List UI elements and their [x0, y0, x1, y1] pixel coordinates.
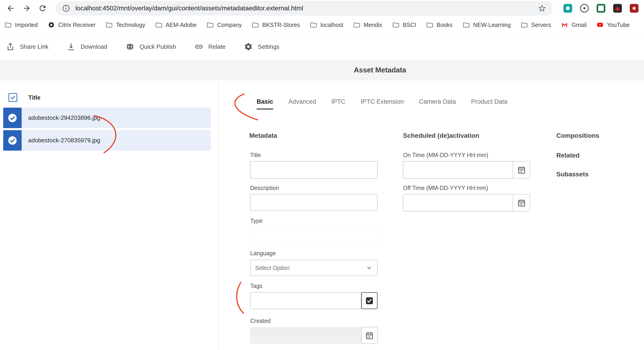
- bookmark-label: Books: [436, 22, 452, 28]
- tags-field: [250, 292, 378, 309]
- bookmark-item-gmail[interactable]: Gmail: [561, 21, 586, 28]
- on-time-label: On Time (MM-DD-YYYY HH:mm): [403, 152, 488, 158]
- settings-button[interactable]: Settings: [244, 42, 280, 51]
- language-select[interactable]: Select Option: [250, 260, 378, 276]
- list-column-header: Title: [28, 94, 40, 101]
- bookmark-item-citrix[interactable]: Citrix Receiver: [48, 21, 96, 28]
- browser-reload-button[interactable]: [38, 3, 48, 13]
- gmail-icon: [561, 21, 568, 28]
- bookmark-label: NEW-Learning: [473, 22, 511, 28]
- share-link-button[interactable]: Share Link: [6, 42, 48, 51]
- bookmark-item-bkstr-stores[interactable]: BKSTR-Stores: [251, 21, 300, 28]
- download-button[interactable]: Download: [67, 42, 107, 51]
- metadata-tabs: Basic Advanced IPTC IPTC Extension Camer…: [257, 98, 507, 109]
- tab-iptc[interactable]: IPTC: [331, 98, 346, 109]
- tab-camera-data[interactable]: Camera Data: [419, 98, 456, 109]
- type-field: [250, 226, 378, 244]
- bookmark-label: Mendix: [364, 22, 382, 28]
- extension-icon[interactable]: [613, 4, 622, 13]
- back-arrow-icon: [6, 4, 15, 13]
- url-bar[interactable]: localhost:4502/mnt/overlay/dam/gui/conte…: [56, 1, 553, 16]
- settings-label: Settings: [258, 43, 280, 50]
- bookmark-item-aem-adobe[interactable]: AEM-Adobe: [155, 21, 197, 28]
- tab-iptc-extension[interactable]: IPTC Extension: [361, 98, 404, 109]
- share-link-label: Share Link: [20, 43, 48, 50]
- extension-icon[interactable]: [596, 4, 605, 13]
- description-input[interactable]: [250, 194, 378, 211]
- browser-chrome: localhost:4502/mnt/overlay/dam/gui/conte…: [0, 0, 644, 16]
- quick-publish-button[interactable]: Quick Publish: [126, 42, 176, 51]
- subassets-heading[interactable]: Subassets: [556, 171, 588, 178]
- related-heading[interactable]: Related: [556, 152, 580, 159]
- on-time-calendar-button[interactable]: [513, 161, 530, 178]
- tab-product-data[interactable]: Product Data: [471, 98, 508, 109]
- tags-input[interactable]: [250, 292, 361, 309]
- off-time-calendar-button[interactable]: [513, 194, 530, 211]
- bookmark-label: Servers: [531, 22, 551, 28]
- selected-check-badge-icon[interactable]: [3, 108, 22, 128]
- folder-icon: [105, 21, 113, 28]
- tab-advanced[interactable]: Advanced: [288, 98, 316, 109]
- bookmark-label: Imported: [15, 22, 38, 28]
- reload-icon: [38, 4, 47, 13]
- selected-check-badge-icon[interactable]: [3, 130, 22, 151]
- asset-row[interactable]: adobestock-270835979.jpg: [3, 130, 211, 151]
- bookmark-label: Gmail: [572, 22, 586, 28]
- created-label: Created: [250, 318, 271, 324]
- gear-icon: [244, 42, 253, 51]
- tab-basic[interactable]: Basic: [257, 98, 273, 109]
- language-selected-value: Select Option: [255, 265, 290, 271]
- title-input[interactable]: [250, 161, 378, 178]
- extension-icon[interactable]: [580, 4, 589, 13]
- bookmark-item-company[interactable]: Company: [206, 21, 242, 28]
- page: localhost:4502/mnt/overlay/dam/gui/conte…: [0, 0, 644, 350]
- asset-row[interactable]: adobestock-294203896.jpg: [3, 108, 211, 128]
- bookmark-item-servers[interactable]: Servers: [520, 21, 551, 28]
- browser-back-button[interactable]: [6, 3, 16, 13]
- youtube-icon: [596, 21, 604, 28]
- description-label: Description: [250, 185, 279, 191]
- bookmark-item-technology[interactable]: Technology: [105, 21, 145, 28]
- page-title: Asset Metadata: [354, 66, 406, 74]
- calendar-icon: [517, 198, 526, 207]
- bookmark-label: Technology: [116, 22, 145, 28]
- bookmark-label: Citrix Receiver: [58, 22, 96, 28]
- bookmark-item-youtube[interactable]: YouTube: [596, 21, 630, 28]
- asset-name: adobestock-294203896.jpg: [28, 114, 100, 121]
- bookmark-label: Company: [217, 22, 242, 28]
- extension-icon[interactable]: [630, 4, 638, 13]
- bookmark-item-bsci[interactable]: BSCI: [392, 21, 416, 28]
- bookmark-item-localhost[interactable]: localhost: [310, 21, 343, 28]
- browser-forward-button[interactable]: [22, 3, 32, 13]
- bookmark-item-books[interactable]: Books: [426, 21, 452, 28]
- info-icon[interactable]: [62, 4, 70, 12]
- type-label: Type: [250, 218, 262, 224]
- bookmark-star-icon[interactable]: [538, 4, 546, 13]
- bookmark-item-mendix[interactable]: Mendix: [353, 21, 382, 28]
- asset-name: adobestock-270835979.jpg: [28, 137, 100, 144]
- forward-arrow-icon: [22, 4, 31, 13]
- on-time-input[interactable]: [403, 161, 513, 178]
- bookmark-item-imported[interactable]: Imported: [4, 21, 38, 28]
- folder-icon: [206, 21, 214, 28]
- off-time-label: Off Time (MM-DD-YYYY HH:mm): [403, 185, 488, 191]
- created-calendar-button[interactable]: [361, 327, 378, 344]
- tags-confirm-button[interactable]: [361, 292, 378, 309]
- folder-icon: [462, 21, 470, 28]
- extension-icon[interactable]: [564, 4, 572, 13]
- calendar-icon: [365, 331, 374, 340]
- off-time-input[interactable]: [403, 194, 513, 211]
- relate-button[interactable]: Relate: [194, 42, 226, 51]
- select-all-checkbox[interactable]: [8, 93, 17, 102]
- calendar-icon: [517, 166, 526, 174]
- share-icon: [6, 42, 15, 51]
- on-time-field: [403, 161, 530, 178]
- check-icon: [10, 94, 16, 101]
- url-text[interactable]: localhost:4502/mnt/overlay/dam/gui/conte…: [75, 4, 538, 12]
- language-label: Language: [250, 250, 276, 257]
- folder-icon: [251, 21, 259, 28]
- citrix-icon: [48, 21, 55, 28]
- compositions-heading[interactable]: Compositions: [556, 132, 599, 139]
- bookmark-label: localhost: [320, 22, 343, 28]
- bookmark-item-new-learning[interactable]: NEW-Learning: [462, 21, 511, 28]
